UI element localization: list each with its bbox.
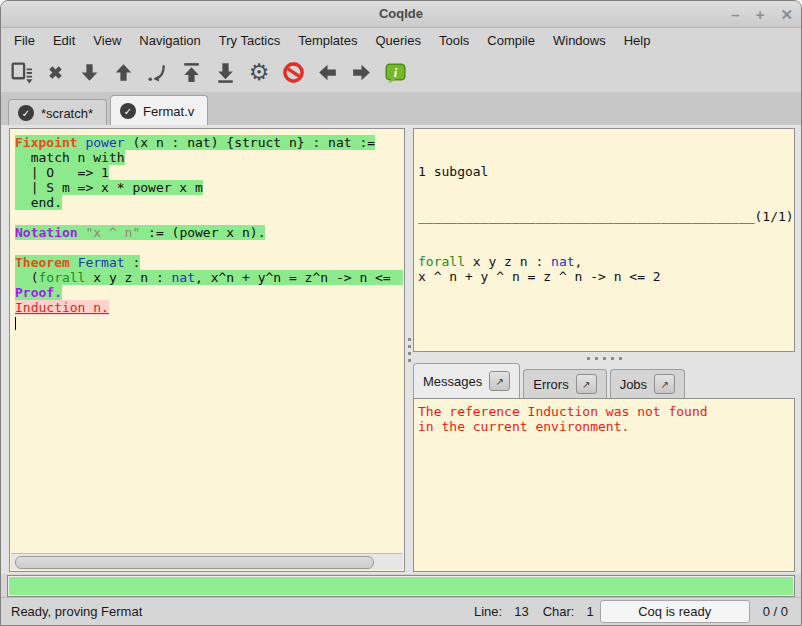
subgoal-count: 1 subgoal: [418, 164, 794, 179]
line-value: 13: [514, 604, 528, 619]
forward-step-button[interactable]: [72, 55, 106, 89]
status-bar: Ready, proving Fermat Line: 13 Char: 1 C…: [1, 597, 801, 625]
progress-fill: [9, 577, 793, 595]
interrupt-button[interactable]: [276, 55, 310, 89]
messages-pane[interactable]: The reference Induction was not found in…: [413, 398, 795, 572]
line-label: Line:: [474, 604, 502, 619]
text-cursor: [15, 317, 16, 330]
previous-button[interactable]: [310, 55, 344, 89]
menu-view[interactable]: View: [84, 30, 130, 51]
code-line: [15, 210, 403, 225]
go-to-end-button[interactable]: [208, 55, 242, 89]
tab-jobs[interactable]: Jobs↗: [610, 369, 685, 398]
code-line: | S m => x * power x m: [15, 180, 403, 195]
backward-step-button[interactable]: [106, 55, 140, 89]
code-line: Fixpoint power (x n : nat) {struct n} : …: [15, 135, 403, 150]
goal-line: x ^ n + y ^ n = z ^ n -> n <= 2: [418, 269, 794, 284]
svg-text:i: i: [393, 65, 397, 79]
goto-cursor-icon: [145, 60, 170, 85]
script-pane[interactable]: Fixpoint power (x n : nat) {struct n} : …: [9, 128, 405, 572]
document-down-icon: [9, 60, 34, 85]
scrollbar-thumb[interactable]: [15, 556, 374, 569]
goal-pane[interactable]: 1 subgoal ______________________________…: [413, 128, 795, 352]
about-button[interactable]: i: [378, 55, 412, 89]
horizontal-scrollbar[interactable]: [11, 553, 403, 570]
menu-file[interactable]: File: [5, 30, 44, 51]
char-value: 1: [586, 604, 593, 619]
tab-label: Errors: [533, 377, 568, 392]
menu-tools[interactable]: Tools: [430, 30, 478, 51]
tab-scratch[interactable]: ✓*scratch*: [8, 99, 107, 126]
tab-label: Messages: [423, 374, 482, 389]
code-line: Notation "x ^ n" := (power x n).: [15, 225, 403, 240]
code-line: | O => 1: [15, 165, 403, 180]
window-title: CoqIde: [379, 6, 423, 21]
menu-edit[interactable]: Edit: [44, 30, 84, 51]
detach-messages-button[interactable]: ↗: [489, 371, 510, 391]
code-line: match n with: [15, 150, 403, 165]
code-line: Theorem Fermat :: [15, 255, 403, 270]
menu-help[interactable]: Help: [615, 30, 660, 51]
close-x-icon: [43, 60, 68, 85]
char-label: Char:: [543, 604, 575, 619]
code-line: (forall x y z n : nat, x^n + y^n = z^n -…: [15, 270, 403, 285]
title-bar[interactable]: CoqIde –+✕: [1, 1, 801, 28]
go-to-cursor-button[interactable]: [140, 55, 174, 89]
main-area: Fixpoint power (x n : nat) {struct n} : …: [1, 125, 801, 574]
tab-bar: ✓*scratch*✓Fermat.v: [1, 92, 801, 127]
maximize-button[interactable]: +: [756, 7, 765, 22]
goal-separator: ________________________________________…: [418, 209, 794, 224]
tab-messages[interactable]: Messages↗: [413, 363, 520, 398]
separator-line: ________________________________________…: [418, 209, 755, 224]
check-icon: ✓: [120, 103, 136, 119]
editor-code[interactable]: Fixpoint power (x n : nat) {struct n} : …: [11, 130, 403, 553]
detach-errors-button[interactable]: ↗: [576, 374, 597, 394]
arrow-down-bar-icon: [213, 60, 238, 85]
code-line: Proof.: [15, 285, 403, 300]
vertical-splitter[interactable]: [405, 125, 413, 574]
code-line: end.: [15, 195, 403, 210]
check-icon: ✓: [18, 105, 34, 121]
tab-fermat-v[interactable]: ✓Fermat.v: [110, 95, 208, 126]
tab-errors[interactable]: Errors↗: [523, 369, 606, 398]
code-line: [15, 240, 403, 255]
preferences-button[interactable]: ⚙: [242, 55, 276, 89]
goal-line: forall x y z n : nat,: [418, 254, 794, 269]
gear-icon: ⚙: [249, 61, 270, 84]
arrow-right-icon: [349, 60, 374, 85]
minimize-button[interactable]: –: [731, 7, 739, 22]
status-message: Ready, proving Fermat: [11, 604, 460, 619]
message-tab-bar: Messages↗Errors↗Jobs↗: [413, 364, 795, 398]
arrow-down-icon: [77, 60, 102, 85]
menu-templates[interactable]: Templates: [289, 30, 366, 51]
arrow-up-bar-icon: [179, 60, 204, 85]
menu-queries[interactable]: Queries: [366, 30, 430, 51]
close-button[interactable]: ✕: [780, 7, 793, 22]
menu-try-tactics[interactable]: Try Tactics: [210, 30, 289, 51]
menu-navigation[interactable]: Navigation: [130, 30, 209, 51]
stop-icon: [281, 60, 306, 85]
right-column: 1 subgoal ______________________________…: [413, 128, 795, 572]
close-buffer-button[interactable]: [38, 55, 72, 89]
detach-jobs-button[interactable]: ↗: [654, 374, 675, 394]
menu-bar: FileEditViewNavigationTry TacticsTemplat…: [1, 28, 801, 52]
tab-label: Fermat.v: [143, 104, 194, 119]
fully-check-button[interactable]: [4, 55, 38, 89]
tab-label: Jobs: [620, 377, 647, 392]
coqide-window: CoqIde –+✕ FileEditViewNavigationTry Tac…: [0, 0, 802, 626]
arrow-up-icon: [111, 60, 136, 85]
arrow-left-icon: [315, 60, 340, 85]
menu-compile[interactable]: Compile: [478, 30, 544, 51]
menu-windows[interactable]: Windows: [544, 30, 615, 51]
code-line: Induction n.: [15, 300, 403, 315]
goal-lines: forall x y z n : nat,x ^ n + y ^ n = z ^…: [418, 254, 794, 284]
next-button[interactable]: [344, 55, 378, 89]
window-controls: –+✕: [731, 1, 793, 27]
info-bubble-icon: i: [383, 60, 408, 85]
toolbar: ⚙i: [1, 52, 801, 92]
restart-button[interactable]: [174, 55, 208, 89]
coq-status: Coq is ready: [600, 600, 750, 623]
tab-label: *scratch*: [41, 106, 93, 121]
code-line: [15, 315, 403, 330]
task-counter: 0 / 0: [763, 604, 788, 619]
